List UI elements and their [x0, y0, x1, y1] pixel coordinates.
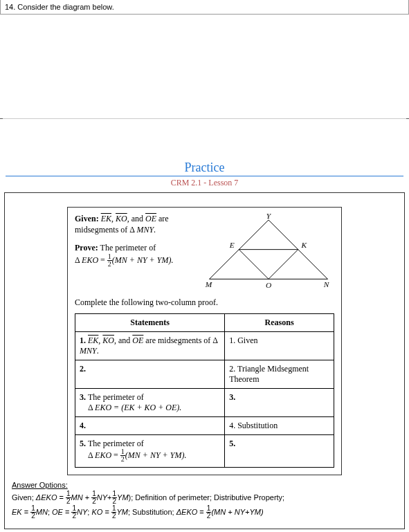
q14-text: 14. Consider the diagram below.: [5, 3, 114, 11]
table-row: 2. 2. Triangle Midsegment Theorem: [75, 360, 334, 389]
reason-5: 5.: [225, 435, 334, 468]
reason-3: 3.: [225, 389, 334, 417]
seg-ek: EK: [101, 214, 111, 223]
proof-box: Given: EK, KO, and OE are midsegments of…: [67, 207, 342, 475]
prove-label: Prove:: [75, 243, 98, 253]
label-y: Y: [266, 213, 272, 220]
header-reasons: Reasons: [225, 314, 334, 332]
stmt-4: 4.: [75, 417, 225, 435]
outer-container: Given: EK, KO, and OE are midsegments of…: [4, 192, 405, 529]
label-e: E: [229, 241, 235, 249]
table-header-row: Statements Reasons: [75, 314, 334, 332]
label-n: N: [323, 280, 330, 288]
proof-table: Statements Reasons 1. EK, KO, and OE are…: [75, 313, 334, 468]
label-o: O: [266, 281, 271, 289]
prove-eq: =: [98, 255, 107, 265]
answer-title: Answer Options:: [12, 481, 68, 489]
stmt-5: 5. The perimeter of Δ EKO = 12(MN + NY +…: [75, 435, 225, 468]
label-m: M: [205, 280, 213, 288]
prove-tri-delta: Δ: [75, 255, 82, 265]
practice-title: Practice: [6, 160, 403, 176]
half-fraction: 12: [107, 253, 112, 268]
given-label: Given:: [75, 214, 99, 223]
given-end: .: [154, 225, 156, 235]
reason-4: 4. Substitution: [225, 417, 334, 435]
svg-marker-1: [239, 250, 298, 279]
prove-sum: (MN + NY + YM).: [112, 255, 174, 265]
header-statements: Statements: [75, 314, 225, 332]
answer-options: Answer Options: Given; ΔEKO = 12MN + 12N…: [9, 479, 400, 524]
table-row: 5. The perimeter of Δ EKO = 12(MN + NY +…: [75, 435, 334, 468]
tri-eko: EKO: [82, 255, 98, 265]
stmt-1: 1. EK, KO, and OE are midsegments of Δ M…: [75, 332, 225, 360]
seg-ko: KO: [116, 214, 127, 223]
stmt-2: 2.: [75, 360, 225, 389]
prove-text: The perimeter of: [98, 243, 156, 253]
table-row: 3. The perimeter of Δ EKO = (EK + KO + O…: [75, 389, 334, 417]
table-row: 1. EK, KO, and OE are midsegments of Δ M…: [75, 332, 334, 360]
reason-1: 1. Given: [225, 332, 334, 360]
seg-oe: OE: [145, 214, 156, 223]
label-k: K: [301, 241, 308, 249]
table-row: 4. 4. Substitution: [75, 417, 334, 435]
triangle-diagram: Y E K M O N: [203, 213, 334, 289]
given-prove-text: Given: EK, KO, and OE are midsegments of…: [75, 213, 203, 268]
lesson-subtitle: CRM 2.1 - Lesson 7: [0, 178, 409, 188]
complete-instruction: Complete the following two-column proof.: [75, 297, 334, 308]
prove-line: Prove: The perimeter of Δ EKO = 12(MN + …: [75, 242, 203, 268]
blank-space: [0, 15, 409, 119]
stmt-3: 3. The perimeter of Δ EKO = (EK + KO + O…: [75, 389, 225, 417]
given-line: Given: EK, KO, and OE are midsegments of…: [75, 213, 203, 235]
reason-2: 2. Triangle Midsegment Theorem: [225, 360, 334, 389]
tri-mny: MNY: [136, 225, 154, 235]
question-14-header: 14. Consider the diagram below.: [0, 0, 409, 15]
given-prove-row: Given: EK, KO, and OE are midsegments of…: [75, 213, 334, 289]
